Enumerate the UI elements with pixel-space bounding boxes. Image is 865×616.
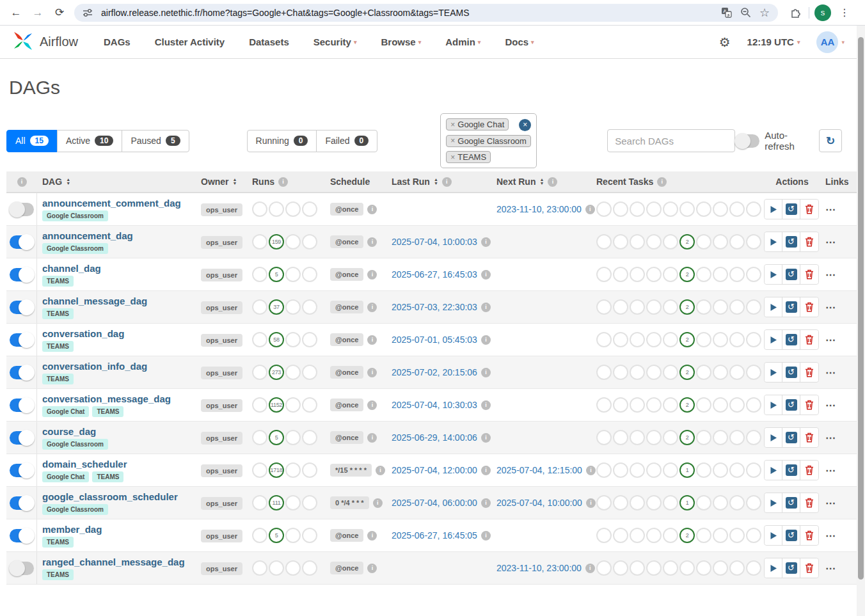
task-status-circle[interactable] — [596, 528, 612, 543]
nav-item-security[interactable]: Security▾ — [313, 36, 357, 47]
translate-icon[interactable]: A — [719, 6, 733, 20]
schedule-badge[interactable]: @once — [330, 333, 363, 346]
filter-active-button[interactable]: Active10 — [57, 130, 122, 152]
task-status-circle[interactable] — [713, 201, 728, 217]
last-run-link[interactable]: 2025-07-03, 22:30:03 — [392, 302, 477, 312]
reparse-dag-button[interactable]: ↺ — [782, 265, 800, 284]
run-status-circle[interactable] — [285, 528, 301, 543]
task-status-circle[interactable] — [746, 495, 761, 510]
run-status-circle[interactable] — [285, 299, 301, 315]
task-status-circle[interactable] — [696, 430, 711, 445]
trigger-dag-button[interactable] — [765, 200, 782, 219]
reparse-dag-button[interactable]: ↺ — [782, 428, 800, 447]
task-status-circle[interactable] — [630, 365, 645, 380]
run-status-circle[interactable] — [285, 397, 301, 413]
user-menu[interactable]: AA ▾ — [816, 31, 845, 53]
reparse-dag-button[interactable]: ↺ — [782, 330, 800, 349]
dag-name-link[interactable]: course_dag — [42, 426, 196, 437]
task-status-circle[interactable] — [663, 267, 678, 282]
run-status-circle[interactable] — [252, 365, 267, 380]
dag-tag-teams[interactable]: TEAMS — [42, 341, 74, 352]
task-status-circle[interactable] — [613, 397, 628, 413]
run-status-circle[interactable] — [302, 430, 317, 445]
run-success-count[interactable]: 5 — [269, 267, 284, 282]
task-status-circle[interactable] — [596, 234, 612, 249]
dag-tag-teams[interactable]: TEAMS — [42, 276, 74, 287]
refresh-button[interactable]: ↻ — [819, 129, 842, 152]
task-status-circle[interactable] — [663, 201, 678, 217]
task-status-circle[interactable] — [613, 495, 628, 510]
dag-tag-google-chat[interactable]: Google Chat — [42, 471, 89, 482]
run-status-circle[interactable] — [302, 560, 317, 576]
dag-tag-google-classroom[interactable]: Google Classroom — [42, 439, 108, 450]
task-status-circle[interactable] — [746, 332, 761, 347]
run-status-circle[interactable] — [252, 201, 267, 217]
task-status-circle[interactable] — [746, 462, 761, 478]
task-status-circle[interactable] — [596, 560, 612, 576]
clear-tags-icon[interactable]: × — [519, 119, 531, 131]
tag-chip-teams[interactable]: ×TEAMS — [446, 151, 491, 163]
run-success-count[interactable]: 159 — [269, 234, 284, 249]
schedule-badge[interactable]: @once — [330, 203, 363, 216]
task-status-circle[interactable] — [630, 234, 645, 249]
delete-dag-button[interactable] — [800, 265, 818, 284]
task-status-circle[interactable] — [613, 299, 628, 315]
task-status-circle[interactable] — [596, 299, 612, 315]
task-status-circle[interactable] — [630, 332, 645, 347]
dag-pause-toggle[interactable] — [10, 529, 34, 542]
task-status-circle[interactable] — [613, 528, 628, 543]
task-status-circle[interactable] — [646, 462, 662, 478]
task-status-circle[interactable] — [613, 332, 628, 347]
task-status-circle[interactable] — [663, 332, 678, 347]
dag-pause-toggle[interactable] — [10, 235, 34, 249]
run-status-circle[interactable] — [285, 201, 301, 217]
task-status-circle[interactable] — [729, 495, 745, 510]
task-status-circle[interactable] — [646, 234, 662, 249]
task-status-circle[interactable] — [713, 462, 728, 478]
task-status-circle[interactable] — [646, 332, 662, 347]
run-status-circle[interactable] — [285, 495, 301, 510]
run-status-circle[interactable] — [285, 560, 301, 576]
dag-tag-google-classroom[interactable]: Google Classroom — [42, 243, 108, 254]
task-status-circle[interactable] — [596, 397, 612, 413]
dag-name-link[interactable]: channel_message_dag — [42, 296, 196, 306]
task-status-circle[interactable] — [596, 462, 612, 478]
dag-tag-google-classroom[interactable]: Google Classroom — [42, 210, 108, 221]
task-status-circle[interactable] — [729, 528, 745, 543]
avatar[interactable]: AA — [816, 31, 838, 53]
dag-name-link[interactable]: announcement_comment_dag — [42, 198, 196, 209]
tags-filter-box[interactable]: × ×Google Chat×Google Classroom×TEAMS — [440, 113, 537, 169]
task-status-circle[interactable] — [729, 397, 745, 413]
run-success-count[interactable]: 111 — [269, 495, 284, 510]
address-bar[interactable]: airflow.release.netethic.fr/home?tags=Go… — [74, 4, 778, 22]
run-status-circle[interactable] — [285, 332, 301, 347]
last-run-link[interactable]: 2025-07-04, 06:00:00 — [392, 498, 477, 508]
run-status-circle[interactable] — [252, 234, 267, 249]
browser-menu-icon[interactable]: ⋮ — [835, 3, 854, 22]
owner-badge[interactable]: ops_user — [201, 562, 242, 575]
dag-tag-google-chat[interactable]: Google Chat — [42, 406, 89, 417]
dag-tag-google-classroom[interactable]: Google Classroom — [42, 504, 108, 515]
reparse-dag-button[interactable]: ↺ — [782, 363, 800, 382]
task-status-circle[interactable] — [663, 495, 678, 510]
run-status-circle[interactable] — [302, 299, 317, 315]
schedule-badge[interactable]: @once — [330, 399, 363, 411]
remove-tag-icon[interactable]: × — [450, 153, 455, 162]
task-status-circle[interactable] — [646, 397, 662, 413]
site-settings-icon[interactable] — [81, 6, 95, 20]
task-status-circle[interactable] — [663, 299, 678, 315]
dag-pause-toggle[interactable] — [10, 399, 34, 412]
run-status-circle[interactable] — [302, 365, 317, 380]
owner-badge[interactable]: ops_user — [201, 269, 242, 281]
links-menu[interactable]: ⋯ — [825, 367, 836, 378]
task-status-circle[interactable] — [596, 267, 612, 282]
task-status-circle[interactable] — [679, 201, 695, 217]
browser-forward-icon[interactable]: → — [28, 3, 47, 22]
run-status-circle[interactable] — [252, 430, 267, 445]
task-status-circle[interactable] — [646, 560, 662, 576]
dag-pause-toggle[interactable] — [10, 464, 34, 477]
task-status-circle[interactable] — [696, 365, 711, 380]
run-status-circle[interactable] — [285, 365, 301, 380]
task-status-circle[interactable] — [729, 332, 745, 347]
schedule-badge[interactable]: @once — [330, 268, 363, 281]
